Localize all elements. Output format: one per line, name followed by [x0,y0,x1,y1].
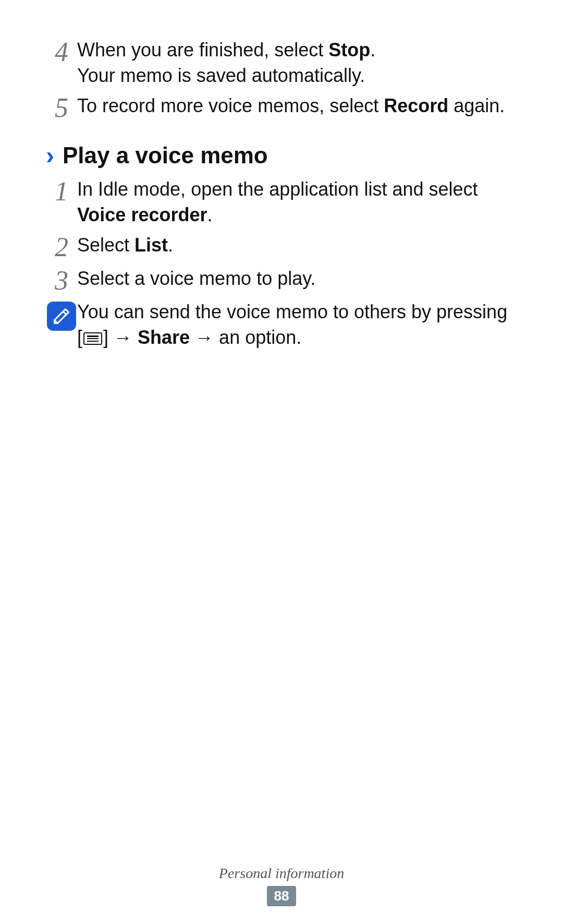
step-number: 5 [46,93,77,122]
play-step-2: 2 Select List. [46,233,517,261]
step-text: When you are finished, select Stop.Your … [77,38,375,88]
play-step-3: 3 Select a voice memo to play. [46,266,517,294]
footer-section-label: Personal information [0,865,563,882]
note-icon-wrapper [46,299,77,331]
note-icon [47,302,76,331]
note-line1: You can send the voice memo to others by… [77,301,507,322]
step-text: In Idle mode, open the application list … [77,177,517,227]
play-step-1: 1 In Idle mode, open the application lis… [46,177,517,227]
step-5: 5 To record more voice memos, select Rec… [46,93,517,122]
note-share: Share [138,327,190,348]
step-text: Select a voice memo to play. [77,266,316,292]
note-text: You can send the voice memo to others by… [77,299,507,350]
note-tail: an option. [219,327,301,348]
step-number: 2 [46,233,77,261]
chevron-right-icon: › [46,143,54,168]
page-number: 88 [267,886,297,906]
step-number: 3 [46,266,77,294]
page-footer: Personal information 88 [0,865,563,906]
step-number: 4 [46,38,77,66]
step-text: Select List. [77,233,173,258]
step-number: 1 [46,177,77,205]
manual-page: 4 When you are finished, select Stop.You… [0,0,563,924]
section-heading: › Play a voice memo [46,142,517,169]
step-4: 4 When you are finished, select Stop.You… [46,38,517,88]
heading-text: Play a voice memo [63,142,268,169]
menu-key-icon [82,332,103,345]
step-text: To record more voice memos, select Recor… [77,93,505,119]
note-block: You can send the voice memo to others by… [46,299,517,350]
